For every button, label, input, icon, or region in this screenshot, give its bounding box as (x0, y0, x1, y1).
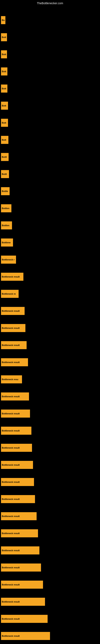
bar-row: Bottleneck result (0, 303, 100, 319)
result-bar: Bottleneck result (1, 598, 45, 606)
result-bar: Bottleneck re (1, 290, 19, 298)
bar-row: Bottleneck result (0, 560, 100, 576)
bar-row: Bott (0, 80, 100, 96)
bar-row: Bottleneck re (0, 286, 100, 302)
bar-row: Bottleneck result (0, 474, 100, 490)
result-bar: Bott (1, 102, 8, 110)
bar-label: Bottlene (2, 241, 11, 244)
bar-label: Bottleneck result (2, 498, 20, 500)
bar-row: Bott (0, 98, 100, 114)
bar-row: Bo (0, 12, 100, 28)
bar-label: Bottleneck result (2, 532, 20, 534)
bar-label: Bott (2, 139, 6, 141)
bar-row: Bottleneck result (0, 320, 100, 336)
bar-label: Bo (2, 19, 4, 21)
bar-label: Bottleneck result (2, 584, 20, 586)
bar-row: Bottleneck result (0, 422, 100, 439)
bar-row: Bottleneck result (0, 594, 100, 610)
result-bar: Bottleneck result (1, 324, 25, 332)
bar-label: Bottleneck result (2, 600, 20, 603)
bar-row: Bottleneck result (0, 354, 100, 370)
result-bar: Bottlen (1, 222, 12, 230)
result-bar: Bott (1, 68, 7, 76)
bar-row: Bott (0, 64, 100, 80)
bar-label: Bottleneck result (2, 566, 20, 569)
result-bar: Bottleneck result (1, 529, 38, 537)
bar-label: Bottleneck r (2, 258, 15, 261)
bar-row: Bott (0, 29, 100, 45)
result-bar: Bottleneck result (1, 444, 32, 452)
result-bar: Bott (1, 136, 8, 144)
bar-label: Bott (2, 87, 6, 90)
bar-label: Bottleneck result (2, 446, 20, 449)
bar-label: Bottle (2, 190, 8, 192)
result-bar: Bottleneck result (1, 495, 35, 503)
bar-row: Bottl (0, 166, 100, 182)
bar-row: Bottleneck result (0, 388, 100, 404)
result-bar: Bottleneck resu (1, 375, 22, 384)
result-bar: Bottl (1, 153, 9, 161)
bar-label: Bottl (2, 173, 7, 175)
bar-label: Bottleneck result (2, 310, 20, 312)
bar-row: Bottleneck result (0, 628, 100, 644)
result-bar: Bottleneck result (1, 615, 48, 623)
result-bar: Bottleneck result (1, 632, 50, 640)
bar-row: Bottleneck r (0, 252, 100, 268)
bar-label: Bott (2, 36, 6, 38)
result-bar: Bottleneck result (1, 410, 30, 418)
bar-label: Bott (2, 70, 6, 73)
bar-row: Bottl (0, 149, 100, 165)
result-bar: Bottleneck result (1, 358, 28, 366)
bar-row: Bottleneck result (0, 525, 100, 541)
bar-row: Bottleneck result (0, 406, 100, 422)
bar-row: Bottlen (0, 200, 100, 216)
bar-row: Bottleneck result (0, 576, 100, 593)
bar-label: Bott (2, 122, 6, 124)
bar-label: Bottleneck result (2, 361, 20, 364)
result-bar: Bo (1, 16, 5, 24)
result-bar: Bottleneck result (1, 564, 41, 572)
bar-label: Bott (2, 104, 6, 107)
bar-label: Bottleneck result (2, 635, 20, 637)
bar-label: Bottleneck result (2, 276, 20, 278)
bar-row: Bottleneck result (0, 337, 100, 353)
bar-row: Bottleneck result (0, 611, 100, 627)
bar-label: Bottleneck resu (2, 378, 18, 380)
result-bar: Bottleneck result (1, 580, 43, 589)
bar-row: Bott (0, 132, 100, 148)
result-bar: Bottleneck result (1, 392, 29, 400)
bar-label: Bottleneck re (2, 292, 16, 295)
bar-row: Bottlen (0, 217, 100, 234)
result-bar: Bottleneck result (1, 427, 31, 435)
result-bar: Bott (1, 50, 7, 58)
result-bar: Bottleneck result (1, 478, 34, 486)
bar-row: Bottleneck result (0, 440, 100, 456)
result-bar: Bottleneck result (1, 273, 23, 281)
bar-label: Bottleneck result (2, 549, 20, 552)
bar-label: Bott (2, 53, 6, 56)
bar-row: Bottleneck result (0, 491, 100, 507)
result-bar: Bottle (1, 187, 10, 195)
bar-label: Bottleneck result (2, 618, 20, 620)
result-bar: Bottlen (1, 204, 11, 212)
result-bar: Bottleneck result (1, 307, 25, 315)
bar-row: Bottleneck result (0, 457, 100, 473)
bar-label: Bottleneck result (2, 464, 20, 466)
bar-row: Bottleneck result (0, 269, 100, 285)
bar-row: Bottle (0, 183, 100, 199)
result-bar: Bott (1, 84, 7, 92)
bar-label: Bottlen (2, 224, 9, 226)
bar-row: Bottlene (0, 234, 100, 250)
bar-label: Bottl (2, 156, 7, 158)
bar-label: Bottleneck result (2, 412, 20, 415)
result-bar: Bottl (1, 170, 9, 178)
bar-label: Bottleneck result (2, 327, 20, 329)
result-bar: Bottleneck result (1, 546, 39, 554)
result-bar: Bott (1, 33, 7, 41)
bar-label: Bottleneck result (2, 515, 20, 518)
bar-label: Bottlen (2, 207, 9, 210)
result-bar: Bottlene (1, 238, 13, 246)
bar-label: Bottleneck result (2, 430, 20, 432)
bar-row: Bott (0, 115, 100, 131)
bar-label: Bottleneck result (2, 395, 20, 398)
